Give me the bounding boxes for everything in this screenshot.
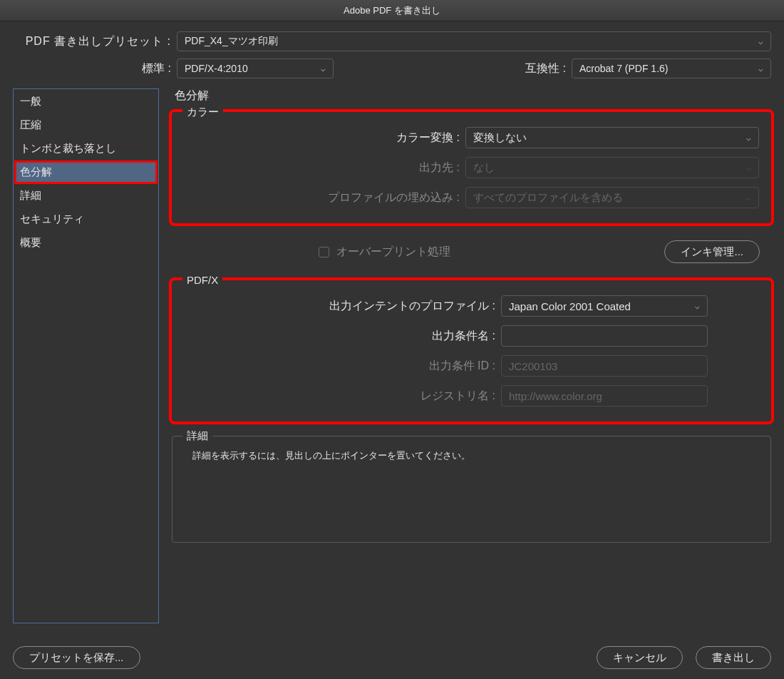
intent-profile-dropdown[interactable]: Japan Color 2001 Coated ⌵ [501, 295, 708, 317]
color-legend: カラー [182, 106, 223, 119]
export-button[interactable]: 書き出し [696, 646, 771, 669]
compatibility-value: Acrobat 7 (PDF 1.6) [579, 63, 669, 74]
window-title-bar: Adobe PDF を書き出し [0, 0, 784, 21]
condition-id-label: 出力条件 ID : [184, 359, 501, 374]
overprint-checkbox [319, 247, 329, 257]
sidebar: 一般 圧縮 トンボと裁ち落とし 色分解 詳細 セキュリティ 概要 [13, 88, 159, 623]
condition-name-input[interactable] [501, 325, 708, 347]
registry-value: http://www.color.org [509, 390, 602, 402]
standard-label: 標準 : [13, 61, 177, 76]
preset-value: PDF_X4_マツオ印刷 [185, 35, 278, 48]
chevron-down-icon: ⌵ [746, 133, 751, 143]
panel-title: 色分解 [172, 88, 771, 103]
chevron-down-icon: ⌵ [758, 64, 763, 73]
chevron-down-icon: ⌵ [758, 37, 763, 46]
color-conversion-value: 変換しない [473, 131, 527, 145]
sidebar-item-summary[interactable]: 概要 [14, 231, 158, 255]
color-conversion-label: カラー変換 : [184, 131, 465, 146]
profile-embed-dropdown: すべてのプロファイルを含める ⌵ [465, 187, 759, 208]
chevron-down-icon: ⌵ [746, 163, 751, 173]
condition-id-input: JC200103 [501, 355, 708, 377]
condition-name-label: 出力条件名 : [184, 329, 501, 344]
chevron-down-icon: ⌵ [695, 302, 700, 311]
pdfx-fieldset: PDF/X 出力インテントのプロファイル : Japan Color 2001 … [172, 280, 771, 422]
output-value: なし [473, 161, 495, 175]
sidebar-item-security[interactable]: セキュリティ [14, 208, 158, 231]
intent-profile-label: 出力インテントのプロファイル : [184, 299, 501, 314]
ink-manage-button[interactable]: インキ管理... [664, 240, 760, 263]
registry-label: レジストリ名 : [184, 389, 501, 404]
cancel-button[interactable]: キャンセル [597, 646, 683, 669]
condition-id-value: JC200103 [509, 360, 557, 372]
registry-input: http://www.color.org [501, 385, 708, 407]
chevron-down-icon: ⌵ [746, 193, 751, 203]
preset-label: PDF 書き出しプリセット : [13, 34, 177, 49]
standard-dropdown[interactable]: PDF/X-4:2010 ⌵ [177, 58, 334, 78]
sidebar-item-output[interactable]: 色分解 [14, 160, 158, 184]
compatibility-dropdown[interactable]: Acrobat 7 (PDF 1.6) ⌵ [572, 58, 771, 78]
overprint-checkbox-wrap: オーバープリント処理 [319, 245, 450, 260]
detail-legend: 詳細 [182, 429, 212, 443]
sidebar-item-general[interactable]: 一般 [14, 90, 158, 113]
output-label: 出力先 : [184, 160, 465, 175]
pdfx-legend: PDF/X [182, 274, 222, 286]
window-title: Adobe PDF を書き出し [344, 4, 440, 17]
color-conversion-dropdown[interactable]: 変換しない ⌵ [465, 127, 759, 148]
chevron-down-icon: ⌵ [321, 64, 326, 73]
preset-dropdown[interactable]: PDF_X4_マツオ印刷 ⌵ [177, 31, 771, 51]
compatibility-label: 互換性 : [525, 61, 572, 76]
sidebar-item-compression[interactable]: 圧縮 [14, 113, 158, 137]
color-fieldset: カラー カラー変換 : 変換しない ⌵ 出力先 : なし ⌵ プロ [172, 112, 771, 223]
detail-fieldset: 詳細 詳細を表示するには、見出しの上にポインターを置いてください。 [172, 436, 771, 543]
output-dropdown: なし ⌵ [465, 157, 759, 178]
save-preset-button[interactable]: プリセットを保存... [13, 646, 140, 669]
standard-value: PDF/X-4:2010 [185, 63, 248, 74]
profile-embed-value: すべてのプロファイルを含める [473, 191, 623, 205]
profile-embed-label: プロファイルの埋め込み : [184, 190, 465, 205]
intent-profile-value: Japan Color 2001 Coated [509, 300, 631, 312]
overprint-label: オーバープリント処理 [336, 245, 450, 260]
detail-text: 詳細を表示するには、見出しの上にポインターを置いてください。 [184, 446, 759, 462]
sidebar-item-advanced[interactable]: 詳細 [14, 184, 158, 208]
sidebar-item-marks[interactable]: トンボと裁ち落とし [14, 137, 158, 160]
